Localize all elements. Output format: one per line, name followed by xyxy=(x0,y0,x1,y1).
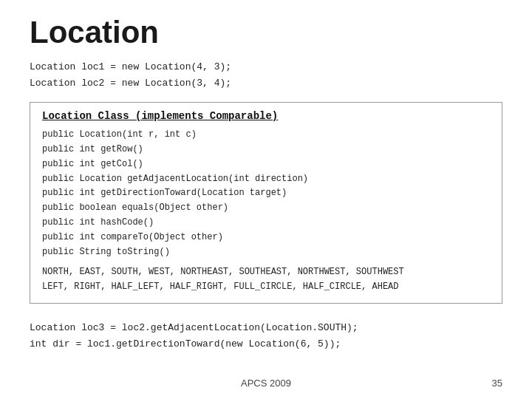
method-0: public Location(int r, int c) xyxy=(42,128,490,143)
slide-container: Location Location loc1 = new Location(4,… xyxy=(0,0,532,399)
footer: APCS 2009 35 xyxy=(0,378,532,389)
footer-center: APCS 2009 xyxy=(0,378,532,389)
code-top-line-2: Location loc2 = new Location(3, 4); xyxy=(30,75,502,92)
class-box-title: Location Class (implements Comparable) xyxy=(42,110,490,122)
code-bottom: Location loc3 = loc2.getAdjacentLocation… xyxy=(30,320,502,352)
class-box-constants: NORTH, EAST, SOUTH, WEST, NORTHEAST, SOU… xyxy=(42,265,490,293)
method-1: public int getRow() xyxy=(42,143,490,157)
code-top: Location loc1 = new Location(4, 3); Loca… xyxy=(30,59,502,92)
method-6: public int hashCode() xyxy=(42,216,490,231)
method-4: public int getDirectionToward(Location t… xyxy=(42,186,490,201)
constant-1: LEFT, RIGHT, HALF_LEFT, HALF_RIGHT, FULL… xyxy=(42,280,490,294)
method-7: public int compareTo(Object other) xyxy=(42,231,490,245)
code-top-line-1: Location loc1 = new Location(4, 3); xyxy=(30,59,502,75)
method-8: public String toString() xyxy=(42,245,490,260)
method-3: public Location getAdjacentLocation(int … xyxy=(42,172,490,187)
method-2: public int getCol() xyxy=(42,157,490,172)
constant-0: NORTH, EAST, SOUTH, WEST, NORTHEAST, SOU… xyxy=(42,265,490,279)
class-box: Location Class (implements Comparable) p… xyxy=(30,102,502,304)
class-box-methods: public Location(int r, int c) public int… xyxy=(42,128,490,259)
footer-page: 35 xyxy=(492,378,502,389)
method-5: public boolean equals(Object other) xyxy=(42,201,490,216)
code-bottom-line-1: Location loc3 = loc2.getAdjacentLocation… xyxy=(30,320,502,336)
code-bottom-line-2: int dir = loc1.getDirectionToward(new Lo… xyxy=(30,336,502,352)
slide-title: Location xyxy=(30,15,502,50)
